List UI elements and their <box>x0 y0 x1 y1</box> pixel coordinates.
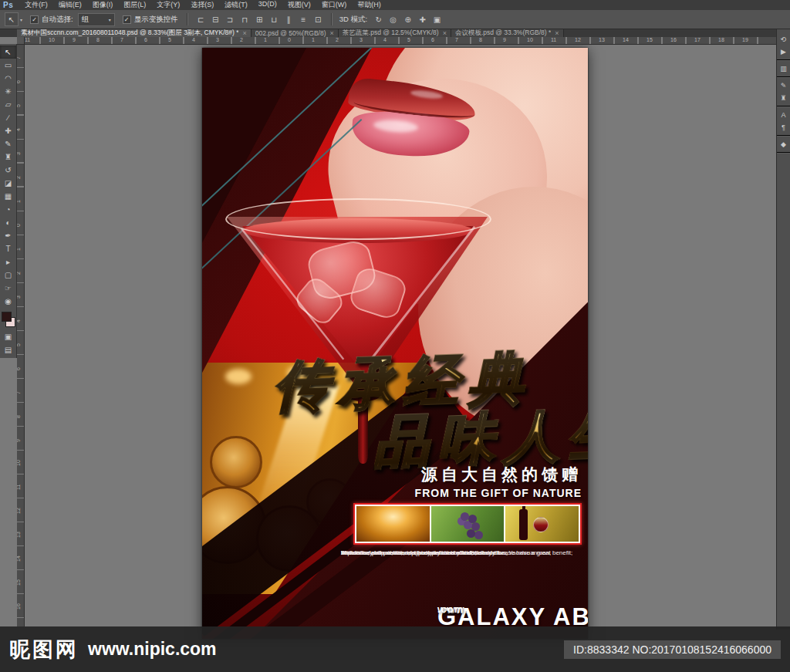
type-tool[interactable]: T <box>0 242 16 255</box>
foreground-color-swatch[interactable] <box>2 312 12 322</box>
path-selection-tool[interactable]: ▸ <box>0 255 16 268</box>
menu-item[interactable]: 3D(D) <box>253 0 282 10</box>
panel-group: ✎♜ <box>777 78 790 107</box>
menu-item[interactable]: 图像(I) <box>87 0 119 10</box>
crop-tool[interactable]: ▱ <box>0 98 16 111</box>
3d-rotate-icon[interactable]: ↻ <box>373 14 384 25</box>
ruler-number: 5 <box>17 343 21 346</box>
ruler-number: 6 <box>144 37 147 42</box>
canvas-area[interactable]: 传承经典 品味人生 源自大自然的馈赠 FROM THE GIFT OF NATU… <box>24 44 777 672</box>
threed-panel-icon[interactable]: ◆ <box>777 138 790 150</box>
subtitle-english: FROM THE GIFT OF NATURE <box>415 487 582 499</box>
rectangle-tool[interactable]: ▢ <box>0 268 16 282</box>
menu-item[interactable]: 帮助(H) <box>352 0 387 10</box>
menu-item[interactable]: 图层(L) <box>118 0 151 10</box>
ruler-number: 4 <box>192 37 195 42</box>
ruler-number: 4 <box>17 319 21 322</box>
ruler-number: 16 <box>670 37 677 42</box>
align-vertical-centers-icon[interactable]: ⊞ <box>254 14 265 25</box>
align-top-edges-icon[interactable]: ⊓ <box>239 14 251 25</box>
auto-select-label: 自动选择: <box>42 15 73 25</box>
clone-source-panel-icon[interactable]: ♜ <box>777 92 790 104</box>
move-tool[interactable]: ↖ <box>0 46 16 59</box>
close-icon[interactable]: × <box>330 29 334 37</box>
character-panel-icon[interactable]: A <box>777 109 790 121</box>
color-swatches[interactable] <box>0 310 16 330</box>
eyedropper-tool[interactable]: ∕ <box>0 111 16 124</box>
dodge-tool[interactable]: ◐ <box>0 216 16 229</box>
pen-tool[interactable]: ✒ <box>0 229 16 242</box>
3d-roll-icon[interactable]: ◎ <box>387 14 399 25</box>
ruler-number: 10 <box>17 460 21 466</box>
history-brush-tool[interactable]: ↺ <box>0 164 16 177</box>
ruler-number: 0 <box>17 224 21 227</box>
libraries-panel-icon[interactable]: ▥ <box>777 62 790 75</box>
auto-select-group-dropdown[interactable]: 组 ▾ <box>78 13 115 26</box>
ruler-number: 1 <box>312 37 315 42</box>
distribute-horizontally-icon[interactable]: ∥ <box>283 14 295 25</box>
ruler-number: 8 <box>479 37 482 42</box>
document-tab-bar: 素材中国sccnn.com_201608011048.psd @ 8.33%(图… <box>0 29 790 37</box>
quick-selection-tool[interactable]: ✳ <box>0 85 16 98</box>
align-horizontal-centers-icon[interactable]: ⊟ <box>210 14 221 25</box>
document-tab[interactable]: 002.psd @ 50%(RGB/8)× <box>252 29 339 37</box>
lasso-tool[interactable]: ◠ <box>0 72 16 85</box>
ruler-number: 5 <box>168 37 171 42</box>
hand-tool[interactable]: ☞ <box>0 282 16 295</box>
nipic-logo: 昵图网 <box>9 636 79 664</box>
close-icon[interactable]: × <box>242 29 246 37</box>
spot-healing-brush-tool[interactable]: ✚ <box>0 124 16 137</box>
rectangular-marquee-tool[interactable]: ▭ <box>0 59 16 72</box>
ruler-number: 12 <box>17 508 21 514</box>
distribute-vertically-icon[interactable]: ≡ <box>298 14 309 25</box>
auto-select-value: 组 <box>82 15 89 25</box>
ruler-number: 3 <box>17 152 21 155</box>
document-tab[interactable]: 素材中国sccnn.com_201608011048.psd @ 8.33%(图… <box>17 29 252 37</box>
divider <box>187 13 188 25</box>
document-tab[interactable]: 会议模板.psd @ 33.3%(RGB/8) *× <box>451 29 564 37</box>
ruler-number: 4 <box>17 128 21 131</box>
align-left-edges-icon[interactable]: ⊏ <box>195 14 207 25</box>
ruler-number: 12 <box>575 37 581 42</box>
history-panel-icon[interactable]: ⟲ <box>777 33 790 46</box>
tool-preset-caret-icon[interactable]: ▾ <box>20 17 22 22</box>
gradient-tool[interactable]: ▦ <box>0 190 16 203</box>
menu-item[interactable]: 选择(S) <box>185 0 219 10</box>
ruler-number: 14 <box>623 37 629 42</box>
nipic-url[interactable]: www.nipic.com <box>88 639 217 660</box>
align-bottom-edges-icon[interactable]: ⊔ <box>268 14 280 25</box>
clone-stamp-tool[interactable]: ♜ <box>0 150 16 164</box>
wine-bottle <box>519 509 528 540</box>
document-tab[interactable]: 茶艺蔬菜.psd @ 12.5%(CMYK/8)× <box>339 29 451 37</box>
brush-panel-icon[interactable]: ✎ <box>777 79 790 92</box>
actions-panel-icon[interactable]: ▶ <box>777 46 790 58</box>
auto-select-checkbox[interactable]: ✓ 自动选择: <box>30 15 73 25</box>
menu-item[interactable]: 编辑(E) <box>53 0 87 10</box>
menu-item[interactable]: 文字(Y) <box>151 0 185 10</box>
blur-tool[interactable]: ◔ <box>0 203 16 216</box>
menu-item[interactable]: 滤镜(T) <box>219 0 253 10</box>
move-tool-preset-icon[interactable]: ↖ <box>5 12 19 26</box>
screen-mode-icon[interactable]: ▤ <box>0 343 16 356</box>
show-transform-checkbox[interactable]: ✓ 显示变换控件 <box>123 15 178 25</box>
poster-document[interactable]: 传承经典 品味人生 源自大自然的馈赠 FROM THE GIFT OF NATU… <box>202 48 588 639</box>
menu-item[interactable]: 视图(V) <box>282 0 316 10</box>
menu-item[interactable]: 窗口(W) <box>316 0 353 10</box>
align-right-edges-icon[interactable]: ⊐ <box>225 14 236 25</box>
zoom-tool[interactable]: ◉ <box>0 295 16 308</box>
3d-drag-icon[interactable]: ⊕ <box>402 14 414 25</box>
brush-tool[interactable]: ✎ <box>0 137 16 150</box>
quick-mask-icon[interactable]: ▣ <box>0 330 16 343</box>
menu-item[interactable]: 文件(F) <box>19 0 53 10</box>
vertical-ruler[interactable]: 7654321012345678910111213141516 <box>17 44 25 626</box>
close-icon[interactable]: × <box>555 29 559 37</box>
auto-align-layers-icon[interactable]: ⊡ <box>312 14 324 25</box>
paragraph-panel-icon[interactable]: ¶ <box>777 121 790 133</box>
3d-camera-icon[interactable]: ▣ <box>431 14 443 25</box>
horizontal-ruler[interactable]: 1110987654321012345678910111213141516171… <box>17 37 777 45</box>
ruler-number: 13 <box>599 37 605 42</box>
ruler-number: 17 <box>694 37 701 42</box>
3d-slide-icon[interactable]: ✚ <box>417 14 428 25</box>
eraser-tool[interactable]: ◪ <box>0 177 16 190</box>
close-icon[interactable]: × <box>443 29 447 37</box>
